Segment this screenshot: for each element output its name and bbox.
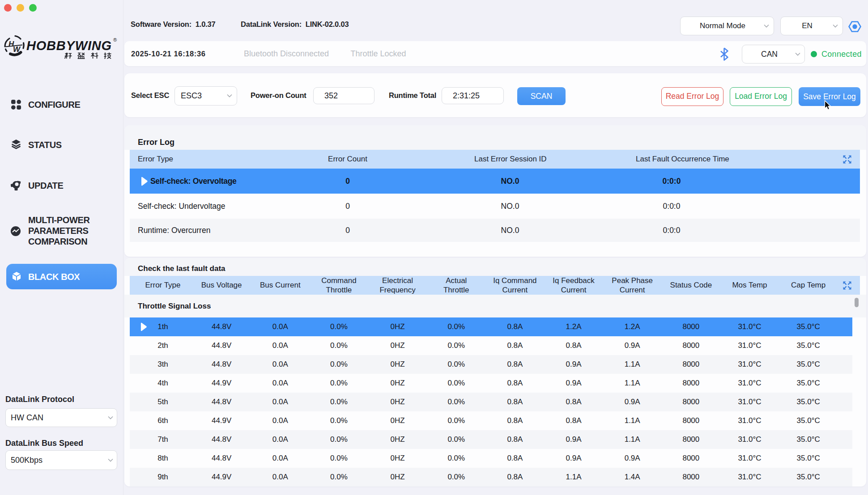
svg-text:HOBBYWING: HOBBYWING: [26, 38, 112, 53]
svg-text:®: ®: [113, 37, 117, 42]
svg-text:W: W: [13, 45, 21, 54]
